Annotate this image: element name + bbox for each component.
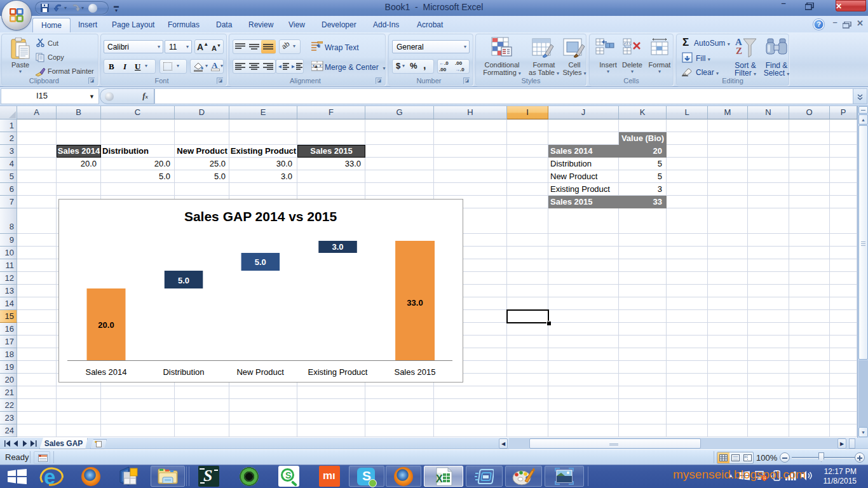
- svg-text:Sales 2015: Sales 2015: [394, 367, 435, 377]
- svg-text:20.0: 20.0: [98, 320, 114, 330]
- svg-text:Distribution: Distribution: [163, 367, 204, 377]
- svg-text:Sales GAP 2014 vs 2015: Sales GAP 2014 vs 2015: [184, 209, 337, 224]
- svg-text:Sales 2014: Sales 2014: [85, 367, 126, 377]
- svg-text:New Product: New Product: [236, 367, 284, 377]
- svg-text:33.0: 33.0: [407, 298, 423, 308]
- svg-text:X: X: [436, 473, 443, 484]
- svg-text:3.0: 3.0: [332, 242, 343, 252]
- svg-text:a: a: [315, 63, 318, 69]
- svg-text:5.0: 5.0: [255, 257, 266, 267]
- svg-text:Existing Product: Existing Product: [308, 367, 368, 377]
- svg-text:5.0: 5.0: [178, 276, 189, 285]
